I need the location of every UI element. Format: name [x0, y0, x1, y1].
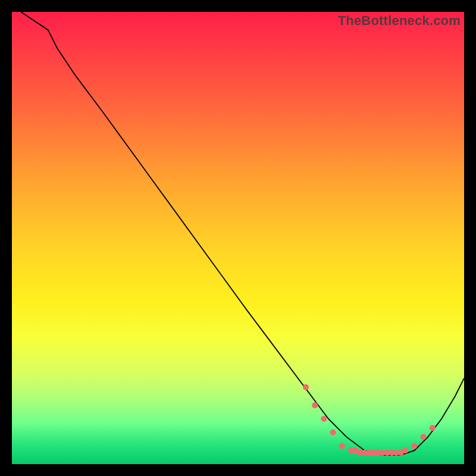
- optimal-dot: [411, 443, 417, 449]
- bottleneck-curve: [21, 12, 464, 455]
- chart-plot: [12, 12, 464, 464]
- optimal-dot: [339, 443, 345, 449]
- optimal-dot: [330, 430, 336, 436]
- chart-frame: TheBottleneck.com: [12, 12, 464, 464]
- optimal-dot: [312, 402, 318, 408]
- optimal-dot: [421, 434, 427, 440]
- optimal-dot: [303, 384, 309, 390]
- optimal-dot: [430, 425, 436, 431]
- optimal-dot: [321, 416, 327, 422]
- optimal-range-dots: [303, 384, 436, 456]
- optimal-dot: [402, 447, 408, 453]
